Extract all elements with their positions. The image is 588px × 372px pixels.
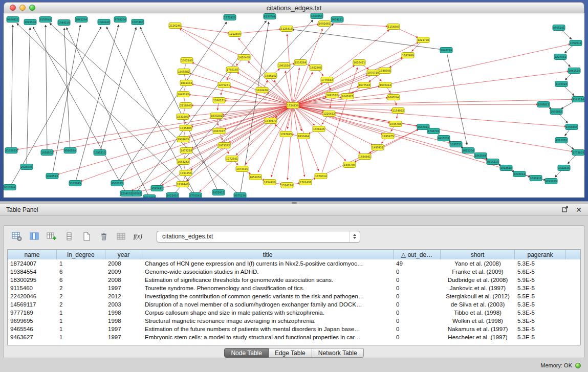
cell-name[interactable]: 9463627 <box>8 334 57 340</box>
graph-node[interactable]: 1948719 <box>440 48 452 53</box>
cell-out_degree[interactable]: 0 <box>394 310 441 316</box>
graph-node[interactable]: 1023504 <box>24 19 36 25</box>
graph-edge[interactable] <box>321 129 418 176</box>
graph-node[interactable]: 1420408 <box>238 55 250 60</box>
cell-in_degree[interactable]: 6 <box>57 277 105 283</box>
graph-node[interactable]: 1063544 <box>474 153 487 159</box>
graph-node[interactable]: 1695788 <box>389 121 402 127</box>
graph-node[interactable]: 1616436 <box>256 87 268 93</box>
column-header-name[interactable]: name <box>8 250 57 259</box>
cell-in_degree[interactable]: 2 <box>57 301 105 308</box>
graph-edge[interactable] <box>293 105 383 135</box>
graph-node[interactable]: 1125418 <box>280 26 293 32</box>
cell-short[interactable]: Stergiakouli et al. (2012) <box>441 293 515 299</box>
cell-in_degree[interactable]: 1 <box>57 334 105 340</box>
graph-node[interactable]: 1776443 <box>321 77 333 83</box>
graph-node[interactable]: 1275271 <box>218 82 230 88</box>
graph-edge[interactable] <box>225 101 293 105</box>
cell-out_degree[interactable]: 0 <box>394 318 441 324</box>
cell-title[interactable]: Disruption of a novel member of a sodium… <box>142 301 394 308</box>
graph-node[interactable]: 1761432 <box>299 180 312 185</box>
graph-node[interactable]: 1595812 <box>537 102 550 107</box>
table-row[interactable]: 1830029562008Estimation of significance … <box>8 276 580 284</box>
graph-node[interactable]: 1973415 <box>236 166 248 172</box>
cell-name[interactable]: 18300295 <box>8 277 57 283</box>
graph-node[interactable]: 9815204 <box>462 148 474 154</box>
graph-edge[interactable] <box>140 27 219 192</box>
graph-node[interactable]: 9875234 <box>234 193 246 198</box>
rows-icon[interactable] <box>62 230 76 243</box>
graph-node[interactable]: 1297489 <box>402 53 414 58</box>
graph-node[interactable]: 1022416 <box>558 165 570 171</box>
graph-node[interactable]: 1141124 <box>572 97 584 102</box>
cell-year[interactable]: 2008 <box>105 260 142 267</box>
cell-short[interactable]: Tibbo et al. (1998) <box>441 310 515 316</box>
cell-title[interactable]: Estimation of the future numbers of pati… <box>142 326 394 332</box>
graph-edge[interactable] <box>446 50 467 145</box>
graph-node[interactable]: 1991433 <box>180 80 192 86</box>
cell-title[interactable]: Investigating the contribution of common… <box>142 293 394 299</box>
delete-table-icon[interactable] <box>115 230 128 243</box>
cell-title[interactable]: Structural magnetic resonance image aver… <box>142 318 394 324</box>
graph-node[interactable]: 1973332 <box>218 143 230 148</box>
graph-node[interactable]: 2002143 <box>181 58 193 63</box>
graph-node[interactable]: 1854423 <box>264 180 276 185</box>
graph-node[interactable]: 1908605 <box>177 137 189 142</box>
cell-year[interactable]: 1997 <box>105 285 142 291</box>
graph-node[interactable]: 9798204 <box>114 17 126 23</box>
cell-year[interactable]: 2003 <box>105 301 142 308</box>
minimize-window-button[interactable] <box>19 5 26 11</box>
graph-edge[interactable] <box>192 84 293 105</box>
cell-out_degree[interactable]: 0 <box>394 334 441 340</box>
graph-node[interactable]: 1125045 <box>69 181 81 186</box>
cell-out_degree[interactable]: 0 <box>394 326 441 332</box>
graph-node[interactable]: 1773803 <box>572 150 584 156</box>
tab-edge-table[interactable]: Edge Table <box>269 348 312 358</box>
cell-out_degree[interactable]: 0 <box>394 301 441 308</box>
new-file-icon[interactable] <box>80 230 93 243</box>
table-row[interactable]: 2242004622012Investigating the contribut… <box>8 292 580 300</box>
column-header-short[interactable]: short <box>441 250 515 259</box>
cell-pagerank[interactable]: 5.6E-5 <box>515 269 566 275</box>
graph-node[interactable]: 9013204 <box>4 185 16 190</box>
cell-out_degree[interactable]: 0 <box>394 285 441 291</box>
cell-in_degree[interactable]: 6 <box>57 269 105 275</box>
cell-in_degree[interactable]: 1 <box>57 260 105 267</box>
graph-node[interactable]: 1220412 <box>323 111 335 117</box>
graph-node[interactable]: 9415210 <box>487 159 499 165</box>
graph-node[interactable]: 1805882 <box>178 69 190 75</box>
float-panel-icon[interactable] <box>562 205 569 214</box>
cell-year[interactable]: 1997 <box>105 334 142 340</box>
table-selector-dropdown[interactable]: citations_edges.txt <box>157 231 360 243</box>
graph-node[interactable]: 1606412 <box>379 82 391 88</box>
graph-node[interactable]: 9105033 <box>5 148 17 154</box>
graph-node[interactable]: 2067317 <box>213 128 225 134</box>
cell-in_degree[interactable]: 1 <box>57 310 105 316</box>
graph-node[interactable]: 9227441 <box>554 54 567 60</box>
graph-node[interactable]: 1791356 <box>180 170 192 176</box>
graph-node[interactable]: 1772541 <box>226 156 238 162</box>
graph-node[interactable]: 1961024 <box>278 63 290 69</box>
network-window-titlebar[interactable]: citations_edges.txt <box>4 2 584 13</box>
close-window-button[interactable] <box>10 5 16 11</box>
cell-name[interactable]: 9115460 <box>8 285 57 291</box>
graph-node[interactable]: 1154840 <box>387 24 400 30</box>
graph-node[interactable]: 1616421 <box>353 60 365 65</box>
graph-node[interactable]: 2526035 <box>20 164 33 170</box>
graph-node[interactable]: 1516284 <box>294 60 307 65</box>
table-row[interactable]: 1938455462009Genome-wide association stu… <box>8 268 580 276</box>
fx-icon[interactable]: f(x) <box>132 230 145 243</box>
cell-pagerank[interactable]: 5.3E-5 <box>515 310 566 316</box>
graph-node[interactable]: 1044110 <box>58 20 70 26</box>
cell-year[interactable]: 1998 <box>105 310 142 316</box>
graph-edge[interactable] <box>324 24 388 27</box>
graph-node[interactable]: 1830464 <box>297 134 310 139</box>
graph-node[interactable]: 9505141 <box>553 25 565 31</box>
graph-node[interactable]: 1684941 <box>359 154 371 160</box>
cell-year[interactable]: 2008 <box>105 277 142 283</box>
graph-node[interactable]: 1064140 <box>98 19 110 25</box>
cell-short[interactable]: Nakamura et al. (1997) <box>441 326 515 332</box>
graph-edge[interactable] <box>238 38 293 105</box>
cell-pagerank[interactable]: 5.3E-5 <box>515 260 566 267</box>
graph-node[interactable]: 1266171 <box>213 98 225 103</box>
